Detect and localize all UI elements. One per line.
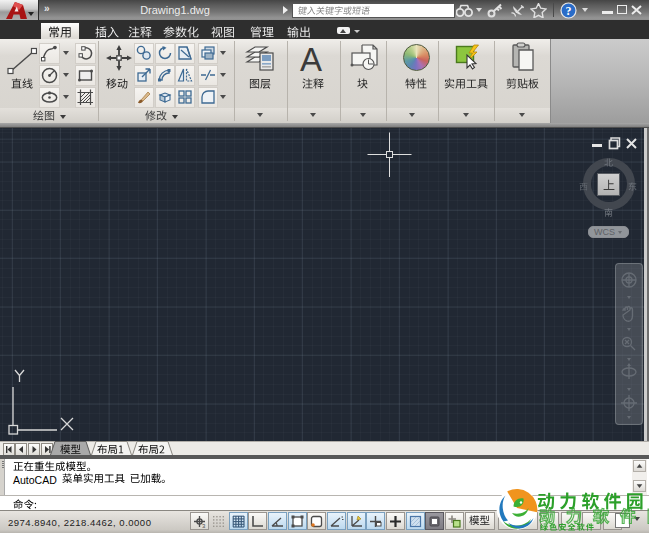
svg-text:3: 3	[202, 522, 206, 528]
svg-text:?: ?	[566, 4, 572, 18]
